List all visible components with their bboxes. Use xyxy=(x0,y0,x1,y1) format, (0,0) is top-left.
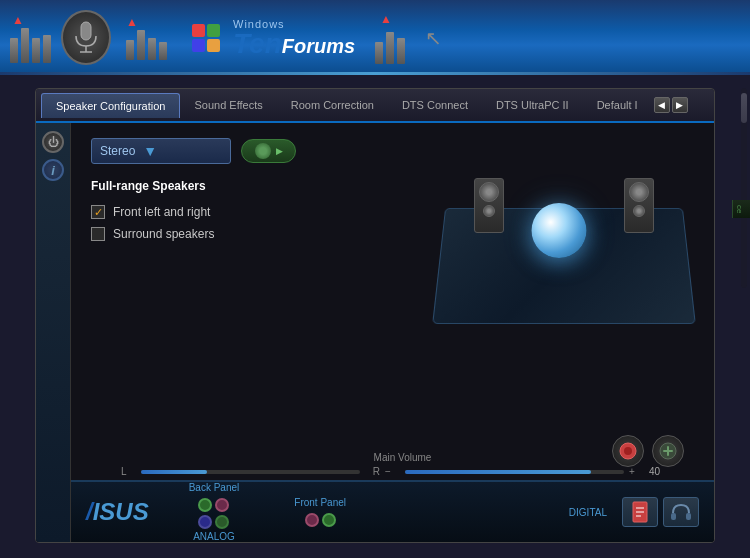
action-buttons xyxy=(612,435,684,467)
connector-front-2[interactable] xyxy=(322,513,336,527)
checkbox-surround[interactable] xyxy=(91,227,105,241)
main-panel: Stereo ▼ ▶ Full-range Speakers ✓ Front l… xyxy=(71,123,714,542)
bar-1 xyxy=(10,38,18,63)
minus-label: − xyxy=(385,466,400,477)
settings-button[interactable] xyxy=(652,435,684,467)
right-panel-text: ce xyxy=(735,205,744,213)
connector-back-1[interactable] xyxy=(198,498,212,512)
front-panel-section: Front Panel xyxy=(294,497,346,527)
orb xyxy=(532,203,587,258)
win-cell-2 xyxy=(207,24,220,37)
speaker-icons-mid: ▲ xyxy=(126,15,167,60)
analog-label: ANALOG xyxy=(193,531,235,542)
volume-row: L R − + 40 xyxy=(121,466,684,477)
info-button[interactable]: i xyxy=(42,159,64,181)
info-icon: i xyxy=(51,163,55,178)
bar-10 xyxy=(386,32,394,64)
speaker-driver-right-main xyxy=(629,182,649,202)
arrow-up-icon-2: ▲ xyxy=(126,15,138,29)
checkbox-label-front: Front left and right xyxy=(113,205,210,219)
svg-rect-0 xyxy=(81,22,91,40)
checkmark-icon: ✓ xyxy=(94,207,103,218)
left-sidebar: ⏻ i xyxy=(36,123,71,542)
power-icon: ⏻ xyxy=(48,136,59,148)
win-cell-1 xyxy=(192,24,205,37)
tab-nav-left[interactable]: ◀ xyxy=(654,97,670,113)
title-forums: Forums xyxy=(282,36,355,56)
dropdown-arrow-icon: ▼ xyxy=(143,143,157,159)
tab-default-i[interactable]: Default I xyxy=(583,93,652,117)
front-panel-connectors xyxy=(305,513,336,527)
bar-2 xyxy=(21,28,29,63)
connector-back-2[interactable] xyxy=(215,498,229,512)
power-button[interactable]: ⏻ xyxy=(42,131,64,153)
mic-icon xyxy=(61,10,111,65)
chevron-right-icon: ▶ xyxy=(676,100,683,110)
content-area: ⏻ i Stereo ▼ ▶ Full-r xyxy=(36,123,714,542)
chevron-left-icon: ◀ xyxy=(658,100,665,110)
headphone-button[interactable] xyxy=(663,497,699,527)
tab-dts-connect[interactable]: DTS Connect xyxy=(388,93,482,117)
digital-label: DIGITAL xyxy=(569,507,607,518)
bar-8 xyxy=(159,42,167,60)
digital-section: DIGITAL xyxy=(569,497,699,527)
tab-sound-effects[interactable]: Sound Effects xyxy=(180,93,276,117)
stereo-dropdown[interactable]: Stereo ▼ xyxy=(91,138,231,164)
left-label: L xyxy=(121,466,136,477)
win-cell-4 xyxy=(207,39,220,52)
app-window: Speaker Configuration Sound Effects Room… xyxy=(35,88,715,543)
bar-5 xyxy=(126,40,134,60)
viz-area xyxy=(419,133,699,333)
speaker-right[interactable] xyxy=(624,178,654,233)
scroll-thumb[interactable] xyxy=(741,93,747,123)
svg-point-4 xyxy=(624,447,632,455)
bar-6 xyxy=(137,30,145,60)
checkbox-front-lr[interactable]: ✓ xyxy=(91,205,105,219)
right-panel-strip: ce xyxy=(732,200,750,218)
arrow-up-icon-3: ▲ xyxy=(380,12,392,26)
plus-label: + xyxy=(629,466,644,477)
top-banner: ▲ ▲ xyxy=(0,0,750,75)
connector-back-4[interactable] xyxy=(215,515,229,529)
mute-button[interactable] xyxy=(612,435,644,467)
win-cell-3 xyxy=(192,39,205,52)
tab-room-correction[interactable]: Room Correction xyxy=(277,93,388,117)
connector-back-3[interactable] xyxy=(198,515,212,529)
left-slider-fill xyxy=(141,470,207,474)
speaker-driver-left-sm xyxy=(483,205,495,217)
asus-logo: /ISUS xyxy=(86,498,149,526)
front-panel-label: Front Panel xyxy=(294,497,346,508)
connector-front-1[interactable] xyxy=(305,513,319,527)
bar-9 xyxy=(375,42,383,64)
back-panel-label: Back Panel xyxy=(189,482,240,493)
right-slider-track[interactable] xyxy=(405,470,624,474)
svg-rect-11 xyxy=(686,513,691,520)
volume-label: Main Volume xyxy=(121,452,684,463)
bar-11 xyxy=(397,38,405,64)
document-button[interactable] xyxy=(622,497,658,527)
cursor-icon: ↖ xyxy=(425,26,442,50)
play-button[interactable]: ▶ xyxy=(241,139,296,163)
bar-4 xyxy=(43,35,51,63)
speaker-left[interactable] xyxy=(474,178,504,233)
speaker-driver-left-main xyxy=(479,182,499,202)
bar-7 xyxy=(148,38,156,60)
tab-dts-ultrapc[interactable]: DTS UltraPC II xyxy=(482,93,583,117)
forum-title: Windows Ten Forums xyxy=(233,18,355,58)
right-scrollbar[interactable] xyxy=(741,88,747,288)
left-slider-track xyxy=(141,470,360,474)
arrow-up-icon-1: ▲ xyxy=(12,13,24,27)
tab-nav-right[interactable]: ▶ xyxy=(672,97,688,113)
bottom-icon-buttons xyxy=(622,497,699,527)
bottom-panel: /ISUS Back Panel ANALOG Front Panel xyxy=(71,480,714,542)
title-ten: Ten xyxy=(233,30,282,58)
svg-rect-10 xyxy=(671,513,676,520)
volume-section: Main Volume L R − + 40 xyxy=(106,452,699,477)
volume-value: 40 xyxy=(649,466,684,477)
right-label: R xyxy=(365,466,380,477)
right-slider-fill xyxy=(405,470,591,474)
tab-speaker-configuration[interactable]: Speaker Configuration xyxy=(41,93,180,118)
tab-bar: Speaker Configuration Sound Effects Room… xyxy=(36,89,714,123)
play-icon: ▶ xyxy=(276,146,283,156)
windows-logo xyxy=(192,24,220,52)
